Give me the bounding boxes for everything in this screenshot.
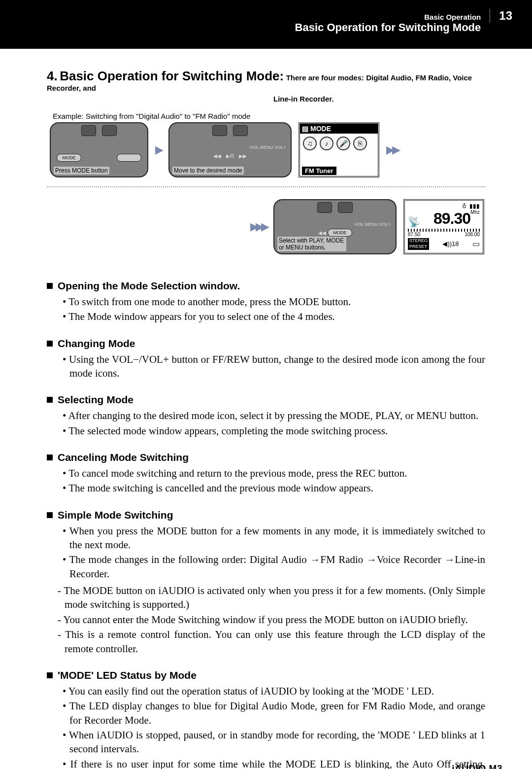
section-heading: Selecting Mode [47,394,485,406]
section-block: 'MODE' LED Status by ModeYou can easily … [47,669,485,769]
list-item: The Mode window appears for you to selec… [63,310,485,323]
section-block: Changing ModeUsing the VOL−/VOL+ button … [47,338,485,381]
section-block: Opening the Mode Selection window.To swi… [47,280,485,324]
list-item: If there is no user input for some time … [63,757,485,769]
list-item: You cannot enter the Mode Switching wind… [58,613,485,627]
list-item: You can easily find out the operation st… [63,684,485,698]
section-heading: Simple Mode Switching [47,509,485,521]
title-note-2: Line-in Recorder. [273,95,485,103]
list-item: The mode changes in the following order:… [63,553,485,581]
bullet-square-icon [47,397,53,403]
section-block: Selecting ModeAfter changing to the desi… [47,394,485,438]
arrow-icon: ▶ [155,143,162,156]
list-item: After changing to the desired mode icon,… [63,409,485,422]
bullet-list: You can easily find out the operation st… [47,684,485,769]
diagram-caption-4: Select with PLAY, MODE or MENU buttons. [277,237,346,251]
diagram-caption-1: Press MODE button [54,167,109,175]
fm-preset: PRESET [408,244,429,250]
header-section: Basic Operation [295,13,481,21]
section-heading-text: Simple Mode Switching [58,509,173,521]
section-heading-text: 'MODE' LED Status by Mode [58,669,197,681]
bullet-list: After changing to the desired mode icon,… [47,409,485,438]
list-item: The selected mode window appears, comple… [63,424,485,438]
lcd-bottom-label: FM Tuner [302,167,336,175]
section-block: Simple Mode SwitchingWhen you press the … [47,509,485,656]
section-heading-text: Changing Mode [58,338,135,350]
header-title: Basic Operation for Switching Mode [295,21,481,34]
list-item: The LED display changes to blue for Digi… [63,699,485,727]
mode-icon: 🎤 [336,137,350,150]
bullet-list: To switch from one mode to another mode,… [47,295,485,324]
diagram-row-1: MODE Press MODE button ▶ -VOL MENU VOL+ … [50,122,485,177]
mode-icon: ♫ [303,137,317,150]
diagram-caption-2: Move to the desired mode [172,167,244,175]
list-item: The MODE button on iAUDIO is activated o… [58,584,485,612]
device-illustration-1: MODE Press MODE button [50,122,148,177]
diagram-row-2: ▶▶▶ -VOL MENU VOL+ ◀◀ ▶/II ▶▶ MODE Selec… [47,199,484,254]
section-block: Canceling Mode SwitchingTo cancel mode s… [47,452,485,495]
battery-icon: ▮▮▮ [469,203,480,210]
fm-stereo: STEREO [408,238,429,244]
divider [47,186,485,187]
menu-strip-label: -VOL MENU VOL+ [249,145,286,150]
section-heading: Opening the Mode Selection window. [47,280,485,292]
sub-bullet-list: The MODE button on iAUDIO is activated o… [47,584,485,656]
section-heading-text: Opening the Mode Selection window. [58,280,240,292]
fm-high: 108.00 [465,232,480,237]
link-icon: ♁ [462,203,466,210]
doc-icon: ▤ [302,125,308,133]
arrow-icon: ▶▶▶ [250,220,266,233]
bullet-list: To cancel mode switching and return to t… [47,466,485,495]
section-heading-text: Selecting Mode [58,394,133,406]
lcd-fm-screen: ♁ ▮▮▮ 📡 89.30Mhz 87.50 108.00 STEREO [403,199,484,254]
battery-icon-small: ▭ [472,239,480,248]
list-item: This is a remote control function. You c… [58,628,485,656]
mode-icon: ⎘ [353,137,367,150]
section-title: 4. Basic Operation for Switching Mode: T… [47,69,485,103]
device-illustration-2: -VOL MENU VOL+ ◀◀ ▶/II ▶▶ Move to the de… [168,122,292,177]
section-heading: 'MODE' LED Status by Mode [47,669,485,681]
menu-strip-label: -VOL MENU VOL+ [354,222,391,227]
title-number: 4. [47,69,58,83]
mode-button-label: MODE [328,229,352,237]
section-heading-text: Canceling Mode Switching [58,452,189,463]
fm-low: 87.50 [408,232,420,237]
list-item: When you press the MODE button for a few… [63,524,485,552]
arrow-icon: ▶▶ [386,143,398,156]
bullet-list: Using the VOL−/VOL+ button or FF/REW but… [47,352,485,381]
example-caption: Example: Switching from "Digital Audio" … [53,112,485,120]
list-item: When iAUDIO is stopped, paused, or in st… [63,728,485,756]
list-item: Using the VOL−/VOL+ button or FF/REW but… [63,352,485,381]
page-header: Basic Operation Basic Operation for Swit… [0,0,532,49]
lcd-mode-screen: ▤MODE ♫ ♪ 🎤 ⎘ FM Tuner [299,122,379,177]
page-number: 13 [490,9,512,23]
list-item: To cancel mode switching and return to t… [63,466,485,480]
section-heading: Canceling Mode Switching [47,452,485,463]
mode-icon: ♪ [320,137,333,150]
bullet-list: When you press the MODE button for a few… [47,524,485,581]
footer-brand: iAUDIO M3 [452,763,502,769]
fm-volume: ◀))18 [442,240,459,247]
mode-button-label: MODE [57,154,81,162]
device-illustration-3: -VOL MENU VOL+ ◀◀ ▶/II ▶▶ MODE Select wi… [273,199,397,254]
bullet-square-icon [47,283,53,289]
section-heading: Changing Mode [47,338,485,350]
title-main: Basic Operation for Switching Mode: [60,69,284,83]
bullet-square-icon [47,512,53,518]
list-item: The mode switching is cancelled and the … [63,481,485,495]
fm-frequency: 89.30 [433,210,470,227]
bullet-square-icon [47,341,53,347]
bullet-square-icon [47,672,53,678]
antenna-icon: 📡 [408,216,420,228]
bullet-square-icon [47,454,53,460]
list-item: To switch from one mode to another mode,… [63,295,485,309]
